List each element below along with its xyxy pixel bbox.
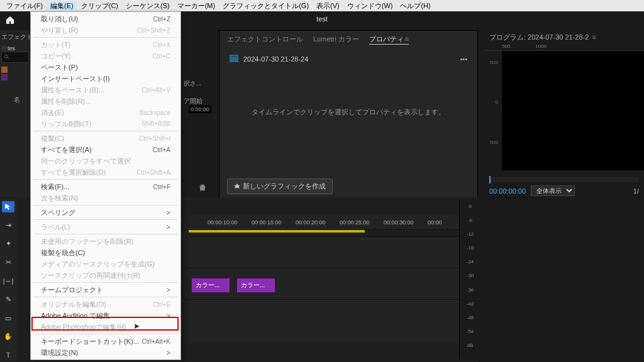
program-monitor[interactable] xyxy=(502,51,644,170)
label-swatch-purple[interactable] xyxy=(1,74,8,80)
audio-meter: 0 -6 -12 -18 -24 -30 -36 -42 -48 -54 dB xyxy=(459,200,480,359)
timeline-tracks[interactable] xyxy=(189,236,468,343)
clip-icon xyxy=(230,55,238,63)
tab-lumetri-color[interactable]: Lumetri カラー xyxy=(313,35,359,45)
menu-item[interactable]: インサートペースト(I) xyxy=(31,73,180,84)
search-input[interactable] xyxy=(1,52,29,63)
video-track-3[interactable] xyxy=(189,236,468,268)
svg-line-1 xyxy=(8,58,9,60)
menu-item: ラベル(L)> xyxy=(31,221,180,233)
program-ruler: 5001000 xyxy=(484,43,644,51)
menu-item: すべてを選択解除(D)Ctrl+Shift+A xyxy=(31,167,180,178)
timeline-clip[interactable]: カラー... xyxy=(191,278,230,293)
menu-item: やり直し(R)Ctrl+Shift+Z xyxy=(31,25,180,36)
menu-help[interactable]: ヘルプ(H) xyxy=(396,1,434,11)
edit-menu-dropdown[interactable]: 取り消し(U)Ctrl+Zやり直し(R)Ctrl+Shift+Zカット(T)Ct… xyxy=(30,11,181,360)
menu-item: オリジナルを編集(O)Ctrl+E xyxy=(31,299,180,310)
menu-item: 消去(E)Backspace xyxy=(31,107,180,118)
program-v-scale: 500 0 500 xyxy=(484,43,499,162)
name-column-header: 名 xyxy=(14,96,20,104)
label-swatch-orange[interactable] xyxy=(1,67,8,73)
menu-item: 次を検索(N) xyxy=(31,192,180,204)
tab-effect-controls[interactable]: エフェクトコントロール xyxy=(227,35,303,45)
video-track-2[interactable] xyxy=(189,268,468,299)
menu-item[interactable]: Adobe Audition で編集> xyxy=(31,310,180,321)
svg-rect-3 xyxy=(231,56,237,57)
more-icon[interactable]: ••• xyxy=(460,55,467,63)
menubar[interactable]: ファイル(F) 編集(E) クリップ(C) シーケンス(S) マーカー(M) グ… xyxy=(0,0,644,11)
menu-clip[interactable]: クリップ(C) xyxy=(77,1,122,11)
program-title: プログラム: 2024-07-30 21-28-2 ≡ xyxy=(484,30,644,43)
slip-tool[interactable]: |↔| xyxy=(2,275,14,287)
video-track-1[interactable] xyxy=(189,299,468,331)
menu-item: ソースクリップの再関連付け(R) xyxy=(31,270,180,281)
menu-edit[interactable]: 編集(E) xyxy=(47,1,77,11)
effects-header: エフェクト xyxy=(1,33,29,41)
selection-tool[interactable] xyxy=(2,201,14,212)
menu-item: 属性を削除(R)... xyxy=(31,96,180,107)
program-monitor-panel: プログラム: 2024-07-30 21-28-2 ≡ 5001000 500 … xyxy=(484,30,644,200)
small-timecode: 0:00:00 xyxy=(189,106,211,113)
menu-item[interactable]: 検索(F)...Ctrl+F xyxy=(31,181,180,192)
zoom-select[interactable]: 全体表示 xyxy=(531,185,575,196)
hand-tool[interactable]: ✋ xyxy=(2,331,14,343)
menu-item: 属性をペースト(B)...Ctrl+Alt+V xyxy=(31,84,180,96)
truncated-text-1: 択さ... xyxy=(184,79,216,88)
tab-properties[interactable]: プロパティ≡ xyxy=(369,35,409,45)
new-graphic-button[interactable]: 新しいグラフィックを作成 xyxy=(227,178,333,194)
menu-graphics[interactable]: グラフィックとタイトル(G) xyxy=(219,1,313,11)
trash-icon[interactable] xyxy=(198,183,207,193)
clip-name: 2024-07-30 21-28-24 xyxy=(243,55,308,63)
program-timecode[interactable]: 00:00:00:00 xyxy=(489,187,526,195)
svg-point-0 xyxy=(4,55,8,58)
menu-item: カット(T)Ctrl+X xyxy=(31,39,180,50)
truncated-text-2: ア開始 xyxy=(184,97,216,106)
ripple-tool[interactable]: ✦ xyxy=(2,238,14,250)
menu-item[interactable]: スペリング> xyxy=(31,207,180,218)
menu-item: 未使用のフッテージを削除(R) xyxy=(31,236,180,247)
rectangle-tool[interactable]: ▭ xyxy=(2,312,14,324)
menu-sequence[interactable]: シーケンス(S) xyxy=(122,1,174,11)
program-scrubber[interactable] xyxy=(489,177,639,182)
razor-tool[interactable]: ✂ xyxy=(2,257,14,268)
menu-item: メディアのソースクリップを生成(G) xyxy=(31,258,180,270)
menu-view[interactable]: 表示(V) xyxy=(313,1,343,11)
menu-item[interactable]: 複製を統合(C) xyxy=(31,247,180,258)
menu-item: 複製(C)Ctrl+Shift+/ xyxy=(31,133,180,144)
program-ratio: 1/ xyxy=(633,187,639,195)
svg-rect-2 xyxy=(230,55,238,62)
menu-marker[interactable]: マーカー(M) xyxy=(174,1,219,11)
pen-tool[interactable]: ✎ xyxy=(2,294,14,305)
effects-tab[interactable]: tes xyxy=(8,45,15,52)
type-tool[interactable]: T xyxy=(2,350,14,361)
properties-panel: エフェクトコントロール Lumetri カラー プロパティ≡ 2024-07-3… xyxy=(219,30,478,200)
menu-file[interactable]: ファイル(F) xyxy=(3,1,47,11)
menu-item: リップル削除(T)Shift+削除 xyxy=(31,118,180,129)
menu-item: コピー(Y)Ctrl+C xyxy=(31,50,180,62)
menu-item: Adobe Photoshopで編集(H) xyxy=(31,321,180,332)
menu-item[interactable]: キーボードショートカット(K)...Ctrl+Alt+K xyxy=(31,336,180,347)
menu-item: 同一のクリップをすべて選択 xyxy=(31,155,180,167)
effects-panel: エフェクト tes xyxy=(0,30,30,200)
menu-item[interactable]: 取り消し(U)Ctrl+Z xyxy=(31,13,180,25)
menu-item[interactable]: ペースト(P) xyxy=(31,62,180,73)
track-select-tool[interactable]: ⇥ xyxy=(2,220,14,231)
menu-window[interactable]: ウィンドウ(W) xyxy=(343,1,397,11)
work-area-bar[interactable] xyxy=(189,230,365,233)
menu-item[interactable]: すべてを選択(A)Ctrl+A xyxy=(31,144,180,155)
timeline-ruler[interactable]: 00:00:10:00 00:00:15:00 00:00:20:00 00:0… xyxy=(189,215,468,230)
properties-placeholder: タイムラインでクリップを選択してプロパティを表示します。 xyxy=(219,107,477,117)
menu-item[interactable]: 環境設定(N)> xyxy=(31,347,180,358)
menu-item[interactable]: チームプロジェクト> xyxy=(31,284,180,295)
tool-palette: ⇥ ✦ ✂ |↔| ✎ ▭ ✋ T xyxy=(0,199,16,361)
timeline-clip[interactable]: カラー... xyxy=(236,278,275,293)
